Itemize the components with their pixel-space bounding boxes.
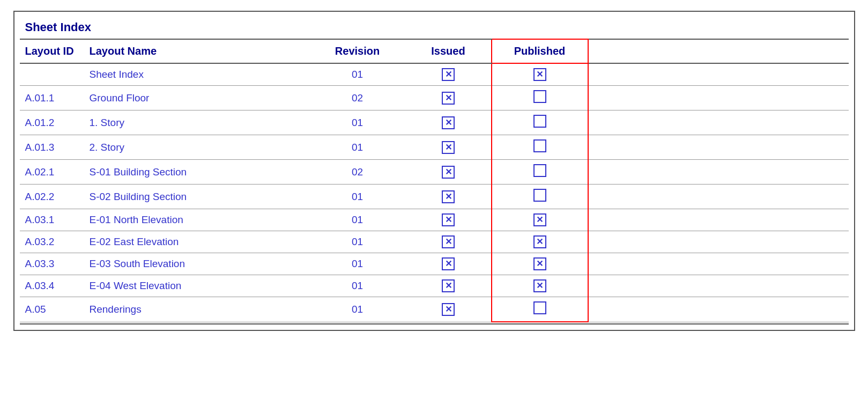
col-header-layout-name: Layout Name — [84, 39, 309, 63]
checkbox-checked-icon[interactable]: ✕ — [533, 257, 546, 270]
checkbox-checked-icon[interactable]: ✕ — [442, 303, 455, 316]
checkbox-checked-icon[interactable]: ✕ — [442, 116, 455, 129]
cell-issued: ✕ — [406, 297, 492, 322]
cell-revision: 02 — [309, 86, 406, 110]
cell-published: ✕ — [492, 63, 588, 86]
bottom-border — [20, 323, 849, 324]
cell-extra — [588, 135, 849, 160]
checkbox-empty-icon[interactable] — [533, 90, 546, 103]
cell-extra — [588, 160, 849, 185]
cell-revision: 01 — [309, 253, 406, 275]
checkbox-checked-icon[interactable]: ✕ — [442, 92, 455, 105]
checkbox-empty-icon[interactable] — [533, 164, 546, 177]
cell-extra — [588, 86, 849, 110]
cell-revision: 01 — [309, 185, 406, 209]
cell-layout-id: A.05 — [20, 297, 84, 322]
cell-layout-id: A.02.2 — [20, 185, 84, 209]
table-row: A.01.1Ground Floor02✕ — [20, 86, 849, 110]
cell-published: ✕ — [492, 275, 588, 297]
table-row: A.05Renderings01✕ — [20, 297, 849, 322]
checkbox-checked-icon[interactable]: ✕ — [442, 257, 455, 270]
checkbox-checked-icon[interactable]: ✕ — [533, 279, 546, 292]
checkbox-checked-icon[interactable]: ✕ — [533, 68, 546, 81]
cell-published — [492, 86, 588, 110]
checkbox-checked-icon[interactable]: ✕ — [442, 235, 455, 248]
cell-published — [492, 160, 588, 185]
cell-layout-name: 1. Story — [84, 110, 309, 135]
cell-issued: ✕ — [406, 135, 492, 160]
sheet-index-table: Layout ID Layout Name Revision Issued Pu… — [20, 39, 849, 322]
cell-published — [492, 185, 588, 209]
cell-layout-id: A.03.3 — [20, 253, 84, 275]
cell-layout-name: E-02 East Elevation — [84, 231, 309, 253]
col-header-issued: Issued — [406, 39, 492, 63]
cell-extra — [588, 253, 849, 275]
cell-issued: ✕ — [406, 185, 492, 209]
cell-extra — [588, 185, 849, 209]
cell-layout-id: A.03.1 — [20, 209, 84, 231]
cell-layout-name: S-01 Building Section — [84, 160, 309, 185]
cell-layout-id: A.03.4 — [20, 275, 84, 297]
col-header-revision: Revision — [309, 39, 406, 63]
cell-issued: ✕ — [406, 231, 492, 253]
cell-published: ✕ — [492, 231, 588, 253]
cell-issued: ✕ — [406, 209, 492, 231]
table-row: Sheet Index01✕✕ — [20, 63, 849, 86]
cell-revision: 01 — [309, 231, 406, 253]
cell-issued: ✕ — [406, 160, 492, 185]
table-body: Sheet Index01✕✕A.01.1Ground Floor02✕A.01… — [20, 63, 849, 322]
cell-issued: ✕ — [406, 275, 492, 297]
cell-layout-name: Sheet Index — [84, 63, 309, 86]
cell-revision: 01 — [309, 63, 406, 86]
checkbox-empty-icon[interactable] — [533, 115, 546, 128]
table-row: A.03.3E-03 South Elevation01✕✕ — [20, 253, 849, 275]
table-row: A.01.32. Story01✕ — [20, 135, 849, 160]
checkbox-checked-icon[interactable]: ✕ — [442, 166, 455, 179]
cell-issued: ✕ — [406, 63, 492, 86]
cell-extra — [588, 110, 849, 135]
cell-published: ✕ — [492, 209, 588, 231]
checkbox-empty-icon[interactable] — [533, 189, 546, 202]
cell-issued: ✕ — [406, 86, 492, 110]
table-row: A.03.4E-04 West Elevation01✕✕ — [20, 275, 849, 297]
cell-layout-name: E-03 South Elevation — [84, 253, 309, 275]
col-header-extra — [588, 39, 849, 63]
cell-layout-id: A.01.1 — [20, 86, 84, 110]
cell-revision: 01 — [309, 135, 406, 160]
cell-revision: 01 — [309, 110, 406, 135]
table-row: A.03.2E-02 East Elevation01✕✕ — [20, 231, 849, 253]
checkbox-checked-icon[interactable]: ✕ — [442, 68, 455, 81]
cell-layout-name: 2. Story — [84, 135, 309, 160]
cell-layout-id: A.01.2 — [20, 110, 84, 135]
checkbox-empty-icon[interactable] — [533, 301, 546, 314]
checkbox-checked-icon[interactable]: ✕ — [442, 213, 455, 226]
table-row: A.02.1S-01 Building Section02✕ — [20, 160, 849, 185]
checkbox-checked-icon[interactable]: ✕ — [533, 213, 546, 226]
cell-published: ✕ — [492, 253, 588, 275]
table-row: A.01.21. Story01✕ — [20, 110, 849, 135]
cell-issued: ✕ — [406, 110, 492, 135]
cell-layout-name: E-04 West Elevation — [84, 275, 309, 297]
cell-layout-name: Ground Floor — [84, 86, 309, 110]
cell-extra — [588, 63, 849, 86]
cell-layout-id — [20, 63, 84, 86]
col-header-published: Published — [492, 39, 588, 63]
checkbox-checked-icon[interactable]: ✕ — [442, 190, 455, 203]
cell-layout-id: A.01.3 — [20, 135, 84, 160]
checkbox-checked-icon[interactable]: ✕ — [442, 279, 455, 292]
cell-layout-name: E-01 North Elevation — [84, 209, 309, 231]
cell-layout-name: Renderings — [84, 297, 309, 322]
checkbox-checked-icon[interactable]: ✕ — [442, 141, 455, 154]
checkbox-checked-icon[interactable]: ✕ — [533, 235, 546, 248]
cell-published — [492, 135, 588, 160]
cell-layout-id: A.02.1 — [20, 160, 84, 185]
cell-extra — [588, 231, 849, 253]
cell-issued: ✕ — [406, 253, 492, 275]
checkbox-empty-icon[interactable] — [533, 139, 546, 152]
cell-extra — [588, 275, 849, 297]
cell-revision: 01 — [309, 275, 406, 297]
cell-extra — [588, 297, 849, 322]
sheet-index-container: Sheet Index Layout ID Layout Name Revisi… — [13, 11, 855, 331]
cell-layout-name: S-02 Building Section — [84, 185, 309, 209]
cell-layout-id: A.03.2 — [20, 231, 84, 253]
